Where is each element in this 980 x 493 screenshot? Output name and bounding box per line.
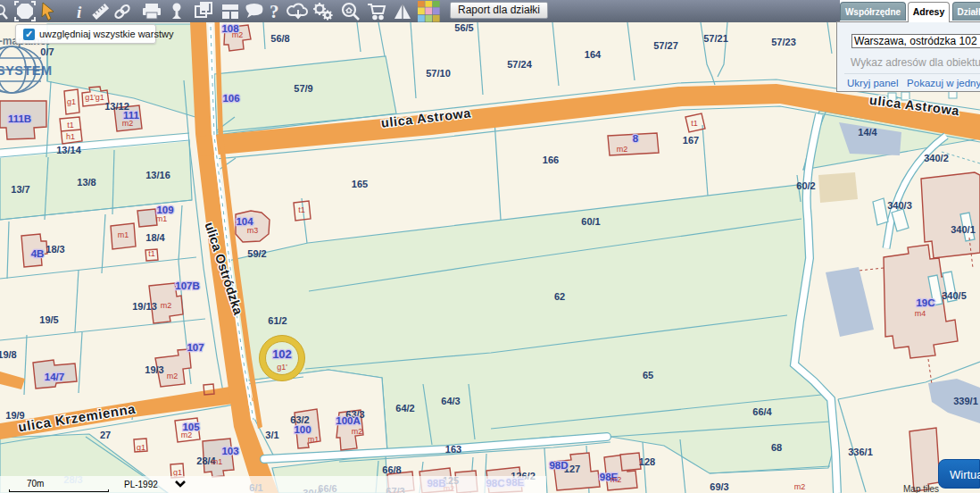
svg-text:19/3: 19/3 xyxy=(145,364,163,375)
svg-text:19C: 19C xyxy=(916,297,934,308)
svg-text:62: 62 xyxy=(554,291,565,302)
svg-text:?: ? xyxy=(270,1,279,22)
svg-text:340/1: 340/1 xyxy=(951,224,976,235)
svg-text:64/3: 64/3 xyxy=(441,396,460,406)
svg-text:14/7: 14/7 xyxy=(45,372,64,382)
svg-text:107: 107 xyxy=(187,342,203,353)
svg-text:60/2: 60/2 xyxy=(796,180,815,191)
svg-text:m1: m1 xyxy=(118,230,129,239)
svg-text:m2: m2 xyxy=(161,301,172,310)
svg-text:13/8: 13/8 xyxy=(77,177,96,188)
svg-text:m3: m3 xyxy=(247,226,259,235)
svg-text:128: 128 xyxy=(639,456,655,467)
svg-text:60/1: 60/1 xyxy=(581,216,600,227)
svg-text:66/8: 66/8 xyxy=(382,464,401,475)
svg-text:13/7: 13/7 xyxy=(11,184,29,195)
svg-text:102: 102 xyxy=(272,347,292,361)
svg-text:56/5: 56/5 xyxy=(454,22,473,33)
svg-text:m2: m2 xyxy=(617,145,628,154)
svg-text:m1: m1 xyxy=(156,214,168,223)
svg-text:340/2: 340/2 xyxy=(924,153,949,163)
svg-text:100: 100 xyxy=(294,424,311,435)
svg-text:t1: t1 xyxy=(67,121,74,130)
svg-text:g1: g1 xyxy=(67,97,76,106)
svg-text:98D: 98D xyxy=(549,460,568,471)
svg-text:i: i xyxy=(77,3,82,21)
svg-text:t1: t1 xyxy=(148,249,155,258)
svg-text:g1'g1: g1'g1 xyxy=(85,93,104,102)
svg-text:m2: m2 xyxy=(167,372,179,380)
svg-text:m2: m2 xyxy=(232,30,244,39)
svg-text:111B: 111B xyxy=(8,113,31,124)
svg-text:3/1: 3/1 xyxy=(265,430,278,440)
svg-text:57/24: 57/24 xyxy=(507,59,532,70)
svg-text:56/8: 56/8 xyxy=(270,33,289,44)
svg-text:68: 68 xyxy=(771,442,782,453)
svg-text:57/23: 57/23 xyxy=(771,37,796,47)
svg-text:m1: m1 xyxy=(212,457,223,466)
svg-text:100A: 100A xyxy=(336,415,361,426)
svg-text:t1: t1 xyxy=(298,205,305,214)
svg-text:336/1: 336/1 xyxy=(848,447,873,457)
svg-text:m2: m2 xyxy=(610,475,622,484)
svg-text:27: 27 xyxy=(100,430,111,440)
svg-text:107B: 107B xyxy=(175,280,200,291)
svg-text:103: 103 xyxy=(221,446,238,456)
svg-text:65: 65 xyxy=(643,370,653,380)
svg-text:SYSTEM: SYSTEM xyxy=(0,63,53,78)
svg-text:m2: m2 xyxy=(181,430,193,439)
svg-text:164: 164 xyxy=(585,49,602,60)
svg-text:64/2: 64/2 xyxy=(395,403,414,414)
svg-text:339/1: 339/1 xyxy=(953,396,978,406)
svg-text:167: 167 xyxy=(683,135,699,146)
svg-text:57/10: 57/10 xyxy=(426,68,451,79)
svg-text:m2: m2 xyxy=(122,119,134,128)
svg-text:13/16: 13/16 xyxy=(145,170,170,180)
svg-text:m2: m2 xyxy=(794,482,806,491)
svg-text:0/7: 0/7 xyxy=(40,46,54,57)
svg-text:m2: m2 xyxy=(352,427,363,436)
svg-text:57/9: 57/9 xyxy=(294,83,312,94)
svg-text:166: 166 xyxy=(543,155,559,165)
svg-text:13/14: 13/14 xyxy=(56,145,81,155)
svg-text:19/8: 19/8 xyxy=(0,349,17,360)
svg-text:340/5: 340/5 xyxy=(942,290,967,301)
svg-text:61/2: 61/2 xyxy=(268,315,287,326)
svg-text:69/3: 69/3 xyxy=(710,481,728,492)
svg-text:165: 165 xyxy=(352,179,368,189)
svg-text:66/4: 66/4 xyxy=(752,406,772,417)
svg-text:106: 106 xyxy=(222,93,239,104)
svg-text:57/27: 57/27 xyxy=(653,40,678,51)
svg-text:8: 8 xyxy=(633,133,639,144)
svg-text:m1: m1 xyxy=(308,435,320,444)
svg-text:m4: m4 xyxy=(915,309,926,318)
svg-text:h1: h1 xyxy=(66,132,75,141)
svg-text:g1: g1 xyxy=(137,443,145,452)
svg-text:163: 163 xyxy=(445,444,461,455)
svg-text:18/4: 18/4 xyxy=(145,232,165,243)
svg-text:t1: t1 xyxy=(691,119,698,128)
svg-text:57/21: 57/21 xyxy=(703,33,728,44)
svg-text:4B: 4B xyxy=(31,248,45,259)
svg-text:340/3: 340/3 xyxy=(887,200,912,211)
svg-text:19/13: 19/13 xyxy=(132,301,157,312)
svg-text:14/4: 14/4 xyxy=(858,127,877,138)
svg-text:18/3: 18/3 xyxy=(46,244,64,255)
svg-text:g1': g1' xyxy=(277,363,287,372)
svg-text:19/5: 19/5 xyxy=(39,314,58,325)
svg-text:59/2: 59/2 xyxy=(247,248,266,259)
